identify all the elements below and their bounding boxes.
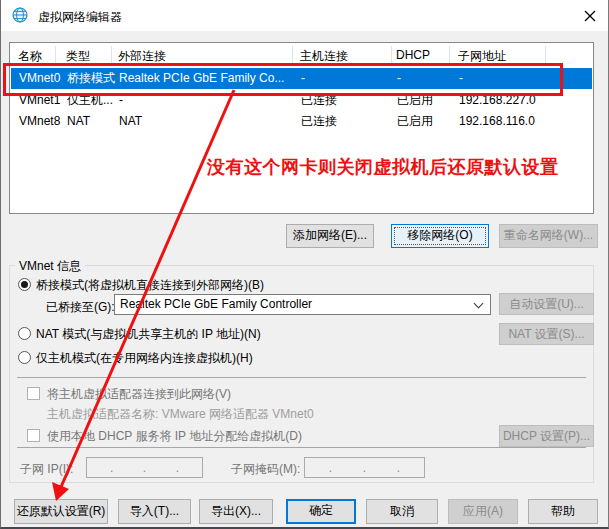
network-globe-icon <box>11 6 29 24</box>
bridged-adapter-select[interactable]: Realtek PCIe GbE Family Controller <box>114 294 491 315</box>
bridged-to-label: 已桥接至(G): <box>46 299 115 316</box>
subnet-mask-label: 子网掩码(M): <box>231 461 300 478</box>
local-dhcp-checkbox[interactable] <box>27 429 40 442</box>
header-separator <box>55 46 56 64</box>
auto-settings-button[interactable]: 自动设置(U)... <box>499 293 594 315</box>
cell-external: NAT <box>119 111 142 132</box>
cell-host-connection: 已连接 <box>301 111 337 132</box>
host-adapter-name: 主机虚拟适配器名称: VMware 网络适配器 VMnet0 <box>47 406 314 423</box>
rename-network-button[interactable]: 重命名网络(W)... <box>499 224 598 248</box>
subnet-mask-field[interactable]: ... <box>304 457 425 478</box>
annotation-highlight-box <box>3 63 563 96</box>
apply-button[interactable]: 应用(A) <box>448 499 518 524</box>
bridged-mode-radio[interactable] <box>18 278 31 291</box>
cell-dhcp: 已启用 <box>397 111 433 132</box>
column-header-dhcp[interactable]: DHCP <box>396 48 430 62</box>
connect-host-adapter-checkbox[interactable] <box>27 387 40 400</box>
chevron-down-icon <box>474 299 484 309</box>
hostonly-mode-label[interactable]: 仅主机模式(在专用网络内连接虚拟机)(H) <box>36 350 253 367</box>
nat-settings-button[interactable]: NAT 设置(S)... <box>499 323 594 345</box>
local-dhcp-label[interactable]: 使用本地 DHCP 服务将 IP 地址分配给虚拟机(D) <box>47 428 302 445</box>
subnet-ip-field[interactable]: ... <box>86 457 203 478</box>
connect-host-adapter-label[interactable]: 将主机虚拟适配器连接到此网络(V) <box>47 386 231 403</box>
header-separator <box>545 46 546 64</box>
dhcp-settings-button[interactable]: DHCP 设置(P)... <box>499 425 594 447</box>
hostonly-mode-radio[interactable] <box>18 351 31 364</box>
nat-mode-radio[interactable] <box>18 327 31 340</box>
nat-mode-label[interactable]: NAT 模式(与虚拟机共享主机的 IP 地址)(N) <box>36 326 261 343</box>
virtual-network-editor-dialog: 虚拟网络编辑器 名称 类型 外部连接 主机连接 DHCP 子网地址 VMnet0… <box>0 0 609 529</box>
header-separator <box>391 46 392 64</box>
divider <box>17 377 586 378</box>
network-row-vmnet8[interactable]: VMnet8 NAT NAT 已连接 已启用 192.168.116.0 <box>11 111 592 132</box>
import-button[interactable]: 导入(T)... <box>118 499 191 524</box>
export-button[interactable]: 导出(X)... <box>199 499 273 524</box>
bridged-mode-label[interactable]: 桥接模式(将虚拟机直接连接到外部网络)(B) <box>36 277 264 294</box>
title-bar: 虚拟网络编辑器 <box>1 0 608 31</box>
header-separator <box>292 46 293 64</box>
cell-type: NAT <box>67 111 90 132</box>
bridged-adapter-value: Realtek PCIe GbE Family Controller <box>120 297 312 311</box>
header-separator <box>449 46 450 64</box>
cell-subnet: 192.168.116.0 <box>459 111 535 132</box>
header-separator <box>111 46 112 64</box>
subnet-ip-label: 子网 IP(I): <box>20 461 73 478</box>
cancel-button[interactable]: 取消 <box>366 499 438 524</box>
ok-button[interactable]: 确定 <box>286 499 356 524</box>
remove-network-button[interactable]: 移除网络(O) <box>391 224 489 248</box>
annotation-note: 没有这个网卡则关闭虚拟机后还原默认设置 <box>207 155 559 179</box>
window-title: 虚拟网络编辑器 <box>38 9 122 26</box>
vmnet-info-title: VMnet 信息 <box>15 258 85 275</box>
close-icon[interactable] <box>582 8 598 24</box>
help-button[interactable]: 帮助 <box>528 499 598 524</box>
add-network-button[interactable]: 添加网络(E)... <box>286 224 374 248</box>
cell-name: VMnet8 <box>19 111 60 132</box>
restore-defaults-button[interactable]: 还原默认设置(R) <box>14 499 108 524</box>
divider <box>17 447 586 448</box>
